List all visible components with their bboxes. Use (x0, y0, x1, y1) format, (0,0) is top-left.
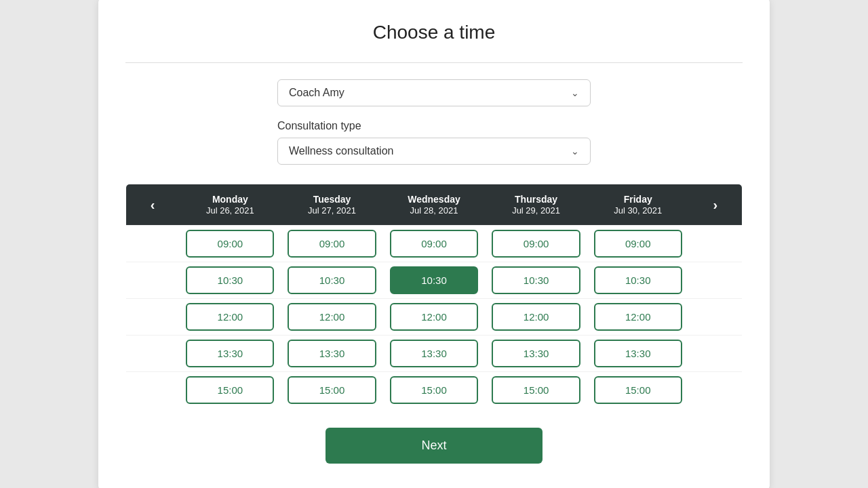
time-slot-btn[interactable]: 12:00 (288, 303, 376, 331)
time-slot-btn[interactable]: 15:00 (288, 376, 376, 404)
time-slot-btn[interactable]: 09:00 (288, 230, 376, 258)
day-header-friday: FridayJul 30, 2021 (587, 184, 689, 226)
day-header-tuesday: TuesdayJul 27, 2021 (281, 184, 382, 226)
consultation-type-label: Consultation type (277, 120, 743, 132)
time-slot-btn[interactable]: 09:00 (492, 230, 580, 258)
time-slot-btn[interactable]: 10:30 (390, 266, 479, 294)
time-slot-btn[interactable]: 13:30 (288, 340, 376, 367)
time-slot-btn[interactable]: 15:00 (594, 376, 682, 404)
day-header-wednesday: WednesdayJul 28, 2021 (383, 184, 486, 226)
prev-week-button[interactable]: ‹ (126, 184, 180, 226)
time-slot-btn[interactable]: 15:00 (186, 376, 274, 404)
time-slot-btn[interactable]: 15:00 (492, 376, 580, 404)
time-slot-btn[interactable]: 09:00 (186, 230, 274, 258)
day-header-monday: MondayJul 26, 2021 (179, 184, 281, 226)
time-slot-btn[interactable]: 12:00 (594, 303, 682, 331)
consultation-dropdown-wrapper: Wellness consultation ⌄ (125, 138, 743, 165)
time-slot-btn[interactable]: 12:00 (186, 303, 274, 331)
time-slot-btn[interactable]: 13:30 (594, 340, 682, 367)
time-slot-btn[interactable]: 10:30 (288, 266, 376, 294)
chevron-down-icon: ⌄ (571, 87, 579, 98)
chevron-down-icon-2: ⌄ (571, 146, 579, 157)
next-week-button[interactable]: › (689, 184, 743, 226)
time-slot-btn[interactable]: 10:30 (186, 266, 274, 294)
main-card: Choose a time Coach Amy ⌄ Consultation t… (98, 0, 770, 488)
time-slot-btn[interactable]: 12:00 (390, 303, 479, 331)
time-slot-btn[interactable]: 10:30 (492, 266, 580, 294)
divider (125, 62, 743, 63)
calendar-table: ‹ MondayJul 26, 2021 TuesdayJul 27, 2021… (125, 184, 743, 409)
next-button-wrapper: Next (125, 428, 743, 464)
day-header-thursday: ThursdayJul 29, 2021 (485, 184, 587, 226)
time-slot-btn[interactable]: 09:00 (390, 230, 479, 258)
time-slot-btn[interactable]: 13:30 (492, 340, 580, 367)
time-slot-btn[interactable]: 13:30 (186, 340, 274, 367)
next-button[interactable]: Next (326, 428, 542, 464)
time-slot-btn[interactable]: 10:30 (594, 266, 682, 294)
chevron-right-icon: › (713, 197, 718, 212)
page-title: Choose a time (125, 22, 743, 43)
time-slot-btn[interactable]: 12:00 (492, 303, 580, 331)
coach-dropdown-wrapper: Coach Amy ⌄ (125, 79, 743, 106)
coach-dropdown[interactable]: Coach Amy ⌄ (277, 79, 591, 106)
chevron-left-icon: ‹ (151, 197, 155, 212)
time-slot-btn[interactable]: 15:00 (390, 376, 479, 404)
consultation-dropdown[interactable]: Wellness consultation ⌄ (277, 138, 591, 165)
consultation-dropdown-value: Wellness consultation (289, 145, 393, 157)
coach-dropdown-value: Coach Amy (289, 87, 344, 99)
time-slot-btn[interactable]: 09:00 (594, 230, 682, 258)
time-slot-btn[interactable]: 13:30 (390, 340, 479, 367)
